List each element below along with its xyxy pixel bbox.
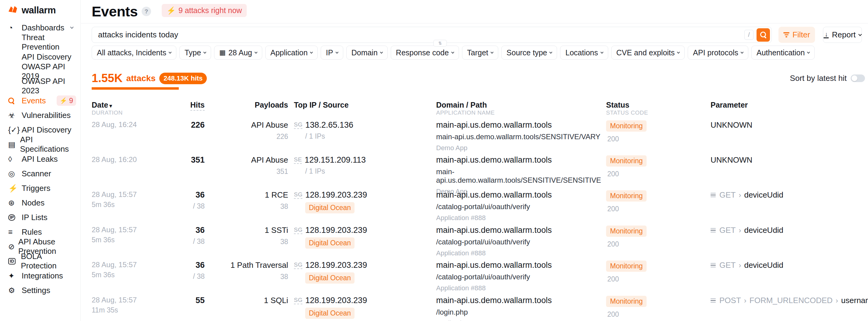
sidebar-item-settings[interactable]: ⚙ Settings	[0, 283, 81, 297]
event-domain[interactable]: main-api.us.demo.wallarm.tools	[436, 120, 602, 130]
column-header-hits[interactable]: Hits	[144, 101, 205, 109]
filter-chip-api-protocols[interactable]: API protocols	[688, 46, 748, 60]
search-bar[interactable]: attacks incidents today /	[92, 27, 772, 43]
table-row[interactable]: 28 Aug, 16:24 226 API Abuse 226 SG 138.2…	[92, 120, 865, 154]
column-header-date[interactable]: Date▾	[92, 101, 112, 109]
chevron-down-icon	[310, 50, 313, 54]
search-expand-toggle[interactable]: ⇅	[433, 40, 447, 46]
table-row[interactable]: 28 Aug, 15:57 5m 36s 36 / 38 1 RCE 38 SG…	[92, 190, 865, 224]
filter-chip-mode[interactable]: All attacks, Incidents	[92, 46, 176, 60]
hits-total: / 38	[144, 272, 205, 281]
parameter-name: UNKNOWN	[711, 120, 752, 130]
country-code[interactable]: SE	[294, 156, 302, 164]
parameter-name: deviceUdid	[744, 225, 783, 235]
country-code[interactable]: SG	[294, 121, 303, 129]
filter-button[interactable]: Filter	[778, 27, 815, 43]
application-name: Demo App	[436, 144, 602, 152]
report-label: Report	[832, 30, 856, 39]
source-ip[interactable]: 128.199.203.239	[305, 260, 367, 270]
attacks-now-text: 9 attacks right now	[179, 6, 242, 15]
sidebar-item-events[interactable]: Events ⚡ 9	[0, 93, 81, 108]
event-domain[interactable]: main-api.us.demo.wallarm.tools	[436, 260, 602, 270]
source-provider-badge: Digital Ocean	[305, 272, 354, 284]
event-date: 28 Aug, 16:20	[92, 155, 144, 164]
hits-total: / 38	[144, 238, 205, 246]
source-ip[interactable]: 128.199.203.239	[305, 190, 367, 200]
wallarm-logo[interactable]: wallarm	[8, 5, 56, 16]
event-domain[interactable]: main-api.us.demo.wallarm.tools	[436, 190, 602, 200]
bot-blocked-icon: ⊘	[8, 242, 18, 251]
sidebar-item-label: Rules	[22, 227, 42, 237]
help-icon[interactable]: ?	[142, 7, 151, 16]
ip-count-note: / 1 IPs	[305, 132, 428, 140]
attacks-now-badge[interactable]: ⚡ 9 attacks right now	[162, 4, 247, 17]
status-badge: Monitoring	[606, 155, 647, 167]
braces-check-icon: {✓}	[8, 126, 22, 134]
event-domain[interactable]: main-api.us.demo.wallarm.tools	[436, 225, 602, 235]
logo-text: wallarm	[22, 5, 56, 16]
payload-count: 38	[212, 273, 288, 281]
country-code[interactable]: SG	[294, 261, 303, 269]
sidebar-item-triggers[interactable]: ⚡ Triggers	[0, 181, 81, 195]
sidebar-item-owasp-api-2023[interactable]: OWASP API 2023	[0, 79, 81, 93]
country-code[interactable]: SG	[294, 191, 303, 199]
payload-count: 38	[212, 203, 288, 211]
filter-chip-source-type[interactable]: Source type	[501, 46, 557, 60]
search-input[interactable]: attacks incidents today	[98, 30, 744, 39]
filter-chip-application[interactable]: Application	[265, 46, 318, 60]
filter-chip-locations[interactable]: Locations	[560, 46, 608, 60]
payload-count: 351	[212, 168, 288, 176]
filter-chip-target[interactable]: Target	[462, 46, 498, 60]
source-ip[interactable]: 128.199.203.239	[305, 296, 367, 305]
sidebar-item-scanner[interactable]: ◎ Scanner	[0, 166, 81, 181]
sidebar-item-bola-protection[interactable]: ID BOLA Protection	[0, 254, 81, 269]
hits-count: 351	[144, 155, 205, 165]
sidebar-item-label: API Specifications	[20, 135, 76, 154]
status-code: 200	[606, 205, 698, 213]
sidebar-item-threat-prevention[interactable]: Threat Prevention	[0, 35, 81, 49]
header-divider	[81, 23, 868, 24]
payload-type: 1 SSTi	[212, 225, 288, 235]
slash-shortcut-hint: /	[744, 30, 753, 40]
search-button[interactable]	[756, 28, 770, 42]
filter-chip-cve-exploits[interactable]: CVE and exploits	[611, 46, 685, 60]
country-code[interactable]: SG	[294, 297, 303, 304]
table-row[interactable]: 28 Aug, 16:20 351 API Abuse 351 SE 129.1…	[92, 155, 865, 189]
filter-chip-response-code[interactable]: Response code	[391, 46, 459, 60]
sort-toggle[interactable]	[850, 74, 865, 82]
table-row[interactable]: 28 Aug, 15:57 11m 35s 55 1 SQLi SG 128.1…	[92, 296, 865, 321]
sidebar-item-integrations[interactable]: ✦ Integrations	[0, 269, 81, 283]
hits-count: 36	[144, 225, 205, 235]
source-ip[interactable]: 128.199.203.239	[305, 225, 367, 235]
sidebar-item-label: API Leaks	[22, 154, 58, 164]
filter-chip-authentication[interactable]: Authentication	[751, 46, 815, 60]
hits-count: 226	[144, 120, 205, 130]
table-row[interactable]: 28 Aug, 15:57 5m 36s 36 / 38 1 Path Trav…	[92, 260, 865, 294]
table-row[interactable]: 28 Aug, 15:57 5m 36s 36 / 38 1 SSTi 38 S…	[92, 225, 865, 260]
event-domain[interactable]: main-api.us.demo.wallarm.tools	[436, 296, 602, 305]
http-method: POST	[719, 296, 741, 305]
toggle-knob	[851, 75, 857, 81]
filter-chip-date[interactable]: ▦ 28 Aug	[214, 46, 262, 60]
sidebar-item-nodes[interactable]: ⊛ Nodes	[0, 195, 81, 210]
source-ip[interactable]: 138.2.65.136	[305, 120, 353, 130]
sort-control: Sort by latest hit	[790, 74, 865, 83]
source-ip[interactable]: 129.151.209.113	[305, 155, 366, 165]
status-code: 200	[606, 310, 698, 319]
status-badge: Monitoring	[606, 296, 647, 307]
sidebar-item-api-specifications[interactable]: ▤ API Specifications	[0, 137, 81, 152]
integrations-icon: ✦	[8, 272, 22, 280]
filter-chip-type[interactable]: Type	[179, 46, 211, 60]
sidebar-item-api-leaks[interactable]: ◊ API Leaks	[0, 152, 81, 166]
sidebar-item-vulnerabilities[interactable]: ☣ Vulnerabilities	[0, 108, 81, 122]
sidebar-item-ip-lists[interactable]: IP IP Lists	[0, 210, 81, 225]
search-icon	[760, 32, 767, 38]
event-domain[interactable]: main-api.us.demo.wallarm.tools	[436, 155, 602, 165]
sidebar-item-label: OWASP API 2023	[22, 77, 76, 96]
country-code[interactable]: SG	[294, 226, 303, 234]
filter-chip-domain[interactable]: Domain	[346, 46, 388, 60]
chevron-down-icon	[858, 33, 862, 36]
report-button[interactable]: ↓ Report	[823, 27, 862, 43]
filter-chip-ip[interactable]: IP	[321, 46, 343, 60]
event-duration: 5m 36s	[92, 201, 144, 209]
